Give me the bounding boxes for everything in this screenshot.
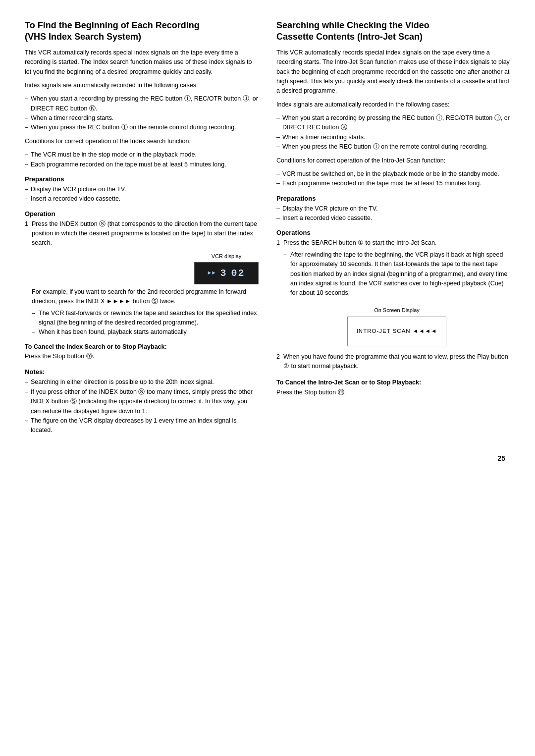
vcr-display-box: ►► 3 02 xyxy=(194,262,259,284)
left-notes-heading: Notes: xyxy=(25,368,259,376)
left-heading: To Find the Beginning of Each Recording … xyxy=(25,20,259,43)
right-operations-heading: Operations xyxy=(276,229,510,236)
right-conditions-intro: Conditions for correct operation of the … xyxy=(276,156,510,165)
list-item: When a timer recording starts. xyxy=(276,133,510,142)
osd-label: On Screen Display xyxy=(374,306,420,315)
vcr-display-area: VCR display ►► 3 02 xyxy=(32,252,259,284)
left-intro: This VCR automatically records special i… xyxy=(25,48,259,77)
right-heading: Searching while Checking the Video Casse… xyxy=(276,20,510,43)
right-operation-list: Press the SEARCH button ① to start the I… xyxy=(276,238,510,371)
right-conditions-list: VCR must be switched on, be in the playb… xyxy=(276,169,510,189)
list-item: VCR must be switched on, be in the playb… xyxy=(276,169,510,179)
left-cancel-heading: To Cancel the Index Search or to Stop Pl… xyxy=(25,342,259,362)
vcr-play-icon: ►► xyxy=(208,269,216,277)
osd-text: INTRO-JET SCAN ◄◄◄◄ xyxy=(357,327,437,336)
right-index-signals-intro: Index signals are automatically recorded… xyxy=(276,100,510,109)
list-item: The figure on the VCR display decreases … xyxy=(25,416,259,435)
vcr-display-container: VCR display ►► 3 02 xyxy=(194,252,259,284)
left-conditions-intro: Conditions for correct operation of the … xyxy=(25,137,259,146)
list-item: Display the VCR picture on the TV. xyxy=(25,185,259,194)
list-item: Display the VCR picture on the TV. xyxy=(276,204,510,214)
list-item: When you press the REC button Ⓘ on the r… xyxy=(25,123,259,132)
list-item: Press the SEARCH button ① to start the I… xyxy=(276,238,510,346)
list-item: When you start a recording by pressing t… xyxy=(276,113,510,133)
page-container: To Find the Beginning of Each Recording … xyxy=(25,20,510,462)
vcr-display-label: VCR display xyxy=(194,252,259,261)
list-item: Insert a recorded video cassette. xyxy=(25,194,259,204)
list-item: – When it has been found, playback start… xyxy=(32,327,259,337)
list-item: When a timer recording starts. xyxy=(25,113,259,123)
list-item: Insert a recorded video cassette. xyxy=(276,214,510,223)
left-index-signals-intro: Index signals are automatically recorded… xyxy=(25,81,259,90)
list-item: The VCR must be in the stop mode or in t… xyxy=(25,150,259,160)
vcr-num1: 3 xyxy=(220,266,227,281)
vcr-num2: 02 xyxy=(231,266,245,281)
left-index-cases-list: When you start a recording by pressing t… xyxy=(25,94,259,133)
right-preparations-list: Display the VCR picture on the TV. Inser… xyxy=(276,204,510,223)
list-item: Each programme recorded on the tape must… xyxy=(276,179,510,188)
osd-box: INTRO-JET SCAN ◄◄◄◄ xyxy=(347,317,446,346)
right-preparations-heading: Preparations xyxy=(276,195,510,202)
list-item: When you have found the programme that y… xyxy=(276,352,510,372)
list-item: When you press the REC button Ⓘ on the r… xyxy=(276,142,510,152)
right-column: Searching while Checking the Video Casse… xyxy=(276,20,510,439)
list-item: If you press either of the INDEX button … xyxy=(25,387,259,416)
left-preparations-heading: Preparations xyxy=(25,175,259,183)
two-column-layout: To Find the Beginning of Each Recording … xyxy=(25,20,510,439)
right-index-cases-list: When you start a recording by pressing t… xyxy=(276,113,510,152)
right-cancel-heading: To Cancel the Intro-Jet Scan or to Stop … xyxy=(276,378,510,397)
list-item: When you start a recording by pressing t… xyxy=(25,94,259,113)
left-operation-heading: Operation xyxy=(25,210,259,217)
page-number: 25 xyxy=(25,454,510,462)
left-column: To Find the Beginning of Each Recording … xyxy=(25,20,259,439)
list-item: Press the INDEX button Ⓢ (that correspon… xyxy=(25,219,259,337)
list-item: Searching in either direction is possibl… xyxy=(25,378,259,387)
right-intro: This VCR automatically records special i… xyxy=(276,48,510,96)
left-operation-list: Press the INDEX button Ⓢ (that correspon… xyxy=(25,219,259,337)
list-item: – After rewinding the tape to the beginn… xyxy=(283,250,510,298)
left-preparations-list: Display the VCR picture on the TV. Inser… xyxy=(25,185,259,204)
list-item: – The VCR fast-forwards or rewinds the t… xyxy=(32,309,259,328)
left-conditions-list: The VCR must be in the stop mode or in t… xyxy=(25,150,259,169)
right-op-sub-list: – After rewinding the tape to the beginn… xyxy=(283,250,510,298)
list-item: Each programme recorded on the tape must… xyxy=(25,160,259,169)
left-notes-list: Searching in either direction is possibl… xyxy=(25,378,259,435)
osd-area: On Screen Display INTRO-JET SCAN ◄◄◄◄ xyxy=(283,306,510,346)
left-op-sub-list: – The VCR fast-forwards or rewinds the t… xyxy=(32,309,259,337)
